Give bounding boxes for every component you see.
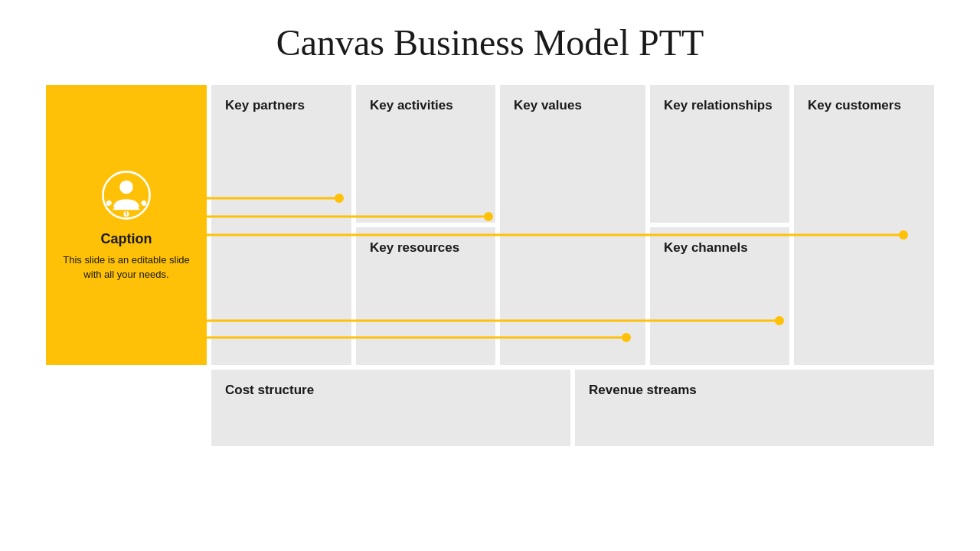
caption-description: This slide is an editable slide with all… [57, 253, 195, 281]
canvas-wrapper: Caption This slide is an editable slide … [46, 85, 934, 446]
revenue-streams-cell: Revenue streams [575, 370, 934, 446]
key-values-label: Key values [514, 97, 632, 114]
key-channels-cell: Key channels [650, 227, 789, 365]
key-customers-cell: Key customers [794, 85, 934, 365]
key-customers-label: Key customers [808, 97, 920, 114]
svg-point-1 [119, 181, 133, 194]
cost-structure-cell: Cost structure [211, 370, 570, 446]
caption-box: Caption This slide is an editable slide … [46, 85, 207, 365]
key-values-cell: Key values [500, 85, 645, 365]
cost-structure-label: Cost structure [225, 382, 557, 399]
page-title: Canvas Business Model PTT [276, 21, 704, 64]
key-partners-label: Key partners [225, 97, 338, 114]
bottom-section: Cost structure Revenue streams [211, 370, 934, 446]
caption-title: Caption [101, 231, 152, 247]
key-activities-label: Key activities [370, 97, 482, 114]
key-resources-label: Key resources [370, 240, 482, 256]
key-partners-cell: Key partners [211, 85, 351, 365]
key-relationships-label: Key relationships [664, 97, 776, 114]
key-channels-label: Key channels [664, 240, 776, 256]
key-resources-cell: Key resources [356, 227, 495, 365]
key-activities-cell: Key activities [356, 85, 495, 223]
key-relationships-cell: Key relationships [650, 85, 789, 223]
person-network-icon [100, 168, 153, 222]
revenue-streams-label: Revenue streams [589, 382, 920, 399]
